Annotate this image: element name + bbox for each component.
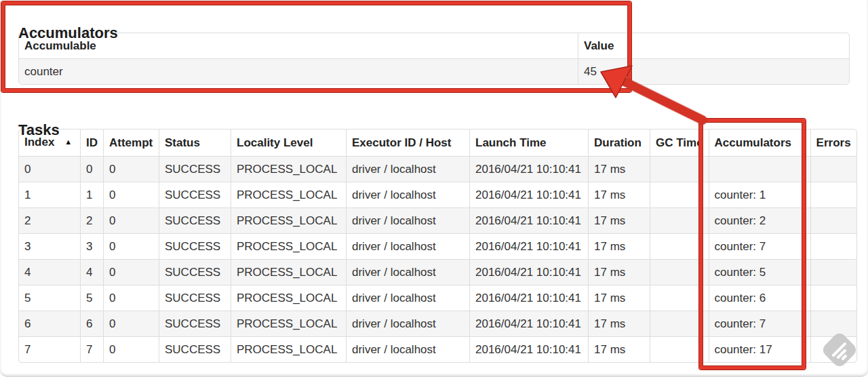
task-cell-launch-time: 2016/04/21 10:10:41 bbox=[469, 207, 588, 233]
task-cell-status: SUCCESS bbox=[159, 156, 231, 182]
col-header-launch-time[interactable]: Launch Time bbox=[469, 130, 588, 156]
task-cell-locality-level: PROCESS_LOCAL bbox=[231, 182, 346, 207]
task-cell-id: 3 bbox=[80, 233, 103, 259]
accumulable-value-cell: 45 bbox=[578, 58, 849, 84]
task-cell-errors bbox=[810, 336, 856, 362]
task-cell-attempt: 0 bbox=[103, 285, 159, 311]
task-cell-duration: 17 ms bbox=[588, 207, 650, 233]
task-cell-index: 5 bbox=[19, 285, 80, 311]
task-cell-launch-time: 2016/04/21 10:10:41 bbox=[469, 156, 588, 182]
task-cell-executor-id-host: driver / localhost bbox=[346, 207, 469, 233]
task-cell-gc-time bbox=[650, 285, 709, 311]
task-cell-attempt: 0 bbox=[103, 311, 159, 336]
task-row: 770SUCCESSPROCESS_LOCALdriver / localhos… bbox=[19, 336, 856, 362]
task-cell-status: SUCCESS bbox=[159, 259, 231, 285]
task-cell-executor-id-host: driver / localhost bbox=[346, 285, 469, 311]
task-cell-locality-level: PROCESS_LOCAL bbox=[231, 233, 346, 259]
task-cell-duration: 17 ms bbox=[588, 311, 650, 336]
task-cell-gc-time bbox=[650, 207, 709, 233]
task-cell-gc-time bbox=[650, 156, 709, 182]
task-cell-duration: 17 ms bbox=[588, 233, 650, 259]
task-cell-duration: 17 ms bbox=[588, 156, 650, 182]
col-header-executor-id-host[interactable]: Executor ID / Host bbox=[346, 130, 469, 156]
task-row: 330SUCCESSPROCESS_LOCALdriver / localhos… bbox=[19, 233, 856, 259]
task-cell-status: SUCCESS bbox=[159, 336, 231, 362]
col-header-locality-level[interactable]: Locality Level bbox=[231, 130, 346, 156]
col-header-duration[interactable]: Duration bbox=[588, 130, 650, 156]
task-cell-locality-level: PROCESS_LOCAL bbox=[231, 156, 346, 182]
task-cell-locality-level: PROCESS_LOCAL bbox=[231, 207, 346, 233]
task-cell-accumulators: counter: 2 bbox=[709, 207, 810, 233]
task-cell-accumulators bbox=[709, 156, 810, 182]
task-cell-launch-time: 2016/04/21 10:10:41 bbox=[469, 285, 588, 311]
task-cell-index: 4 bbox=[19, 259, 80, 285]
task-cell-attempt: 0 bbox=[103, 156, 159, 182]
task-cell-accumulators: counter: 1 bbox=[709, 182, 810, 207]
task-cell-locality-level: PROCESS_LOCAL bbox=[231, 311, 346, 336]
task-cell-attempt: 0 bbox=[103, 207, 159, 233]
accumulable-name-cell: counter bbox=[19, 58, 578, 84]
col-header-accumulators[interactable]: Accumulators bbox=[709, 130, 810, 156]
task-row: 220SUCCESSPROCESS_LOCALdriver / localhos… bbox=[19, 207, 856, 233]
task-cell-executor-id-host: driver / localhost bbox=[346, 156, 469, 182]
task-cell-launch-time: 2016/04/21 10:10:41 bbox=[469, 259, 588, 285]
task-cell-id: 6 bbox=[80, 311, 103, 336]
task-cell-index: 7 bbox=[19, 336, 80, 362]
task-cell-launch-time: 2016/04/21 10:10:41 bbox=[469, 336, 588, 362]
task-cell-attempt: 0 bbox=[103, 336, 159, 362]
task-cell-locality-level: PROCESS_LOCAL bbox=[231, 285, 346, 311]
task-cell-attempt: 0 bbox=[103, 259, 159, 285]
task-cell-errors bbox=[810, 233, 856, 259]
task-row: 440SUCCESSPROCESS_LOCALdriver / localhos… bbox=[19, 259, 856, 285]
task-cell-errors bbox=[810, 156, 856, 182]
task-cell-errors bbox=[810, 311, 856, 336]
task-cell-status: SUCCESS bbox=[159, 182, 231, 207]
task-cell-errors bbox=[810, 182, 856, 207]
task-cell-id: 4 bbox=[80, 259, 103, 285]
task-cell-gc-time bbox=[650, 182, 709, 207]
col-header-attempt[interactable]: Attempt bbox=[103, 130, 159, 156]
task-cell-gc-time bbox=[650, 311, 709, 336]
task-cell-duration: 17 ms bbox=[588, 285, 650, 311]
task-cell-executor-id-host: driver / localhost bbox=[346, 233, 469, 259]
sort-ascending-icon: ▲ bbox=[64, 138, 72, 146]
task-cell-index: 2 bbox=[19, 207, 80, 233]
task-cell-attempt: 0 bbox=[103, 233, 159, 259]
tasks-heading: Tasks bbox=[18, 121, 60, 139]
tasks-table: Index ▲ ID Attempt Status Locality Level… bbox=[18, 129, 857, 363]
task-cell-index: 6 bbox=[19, 311, 80, 336]
task-cell-errors bbox=[810, 259, 856, 285]
task-cell-duration: 17 ms bbox=[588, 336, 650, 362]
col-header-gc-time[interactable]: GC Time bbox=[650, 130, 709, 156]
task-cell-id: 5 bbox=[80, 285, 103, 311]
task-cell-gc-time bbox=[650, 233, 709, 259]
task-row: 660SUCCESSPROCESS_LOCALdriver / localhos… bbox=[19, 311, 856, 336]
task-cell-errors bbox=[810, 285, 856, 311]
task-cell-status: SUCCESS bbox=[159, 311, 231, 336]
task-cell-locality-level: PROCESS_LOCAL bbox=[231, 259, 346, 285]
task-cell-id: 0 bbox=[80, 156, 103, 182]
col-header-status[interactable]: Status bbox=[159, 130, 231, 156]
task-cell-launch-time: 2016/04/21 10:10:41 bbox=[469, 182, 588, 207]
tasks-table-body: 000SUCCESSPROCESS_LOCALdriver / localhos… bbox=[19, 156, 856, 362]
col-header-id[interactable]: ID bbox=[80, 130, 103, 156]
task-cell-accumulators: counter: 7 bbox=[709, 311, 810, 336]
task-cell-accumulators: counter: 7 bbox=[709, 233, 810, 259]
task-cell-accumulators: counter: 5 bbox=[709, 259, 810, 285]
accumulators-header-row: Accumulable Value bbox=[19, 33, 849, 58]
task-row: 000SUCCESSPROCESS_LOCALdriver / localhos… bbox=[19, 156, 856, 182]
task-cell-status: SUCCESS bbox=[159, 285, 231, 311]
task-cell-index: 0 bbox=[19, 156, 80, 182]
task-cell-errors bbox=[810, 207, 856, 233]
task-cell-gc-time bbox=[650, 259, 709, 285]
task-cell-index: 1 bbox=[19, 182, 80, 207]
task-cell-executor-id-host: driver / localhost bbox=[346, 182, 469, 207]
task-cell-accumulators: counter: 6 bbox=[709, 285, 810, 311]
task-cell-id: 1 bbox=[80, 182, 103, 207]
col-header-errors[interactable]: Errors bbox=[810, 130, 856, 156]
task-cell-launch-time: 2016/04/21 10:10:41 bbox=[469, 233, 588, 259]
task-cell-accumulators: counter: 17 bbox=[709, 336, 810, 362]
task-cell-id: 7 bbox=[80, 336, 103, 362]
task-cell-id: 2 bbox=[80, 207, 103, 233]
task-cell-index: 3 bbox=[19, 233, 80, 259]
